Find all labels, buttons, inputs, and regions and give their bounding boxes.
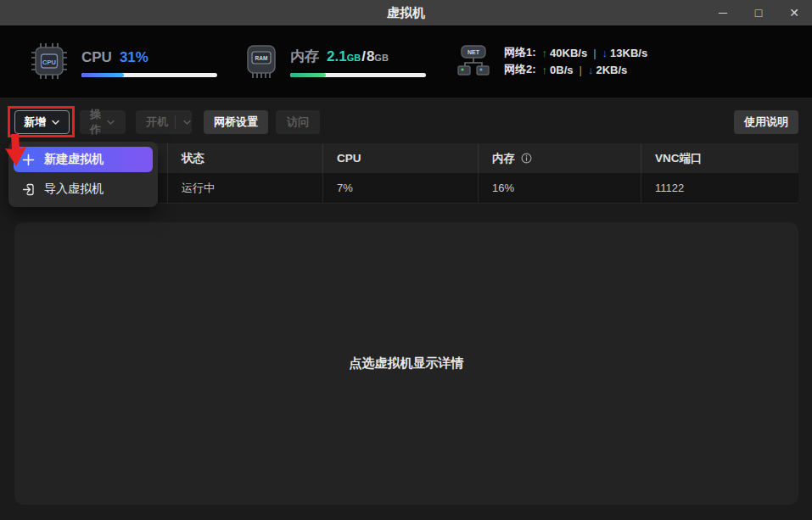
upload-arrow-icon: ↑ bbox=[542, 64, 548, 76]
menu-item-new-vm-label: 新建虚拟机 bbox=[44, 152, 104, 167]
bridge-settings-label: 网桥设置 bbox=[214, 115, 258, 130]
close-icon: ✕ bbox=[789, 6, 799, 20]
cpu-progress-bar bbox=[81, 73, 217, 77]
titlebar: 虚拟机 ─ □ ✕ bbox=[0, 0, 812, 25]
column-header-memory: 内存 bbox=[478, 143, 641, 173]
upload-arrow-icon: ↑ bbox=[542, 47, 548, 59]
import-icon bbox=[22, 183, 35, 196]
cpu-progress-fill bbox=[81, 73, 124, 77]
split-divider bbox=[175, 115, 176, 129]
column-header-vnc-port: VNC端口 bbox=[641, 143, 798, 173]
memory-label: 内存 bbox=[290, 47, 319, 66]
network1-upload-speed: 40KB/s bbox=[550, 47, 587, 59]
network-line-1: 网络1: ↑ 40KB/s | ↓ 13KB/s bbox=[504, 44, 647, 61]
vm-cpu-cell: 7% bbox=[322, 173, 478, 203]
cpu-label: CPU bbox=[81, 49, 112, 66]
memory-stat-body: 内存 2.1 GB / 8 GB bbox=[290, 47, 426, 77]
operate-button[interactable]: 操作 bbox=[80, 110, 126, 134]
vm-vnc-port-cell: 11122 bbox=[641, 173, 798, 203]
network1-download-speed: 13KB/s bbox=[610, 47, 647, 59]
memory-progress-fill bbox=[290, 73, 326, 77]
help-button-label: 使用说明 bbox=[744, 115, 788, 130]
memory-slash: / bbox=[361, 48, 366, 65]
help-button[interactable]: 使用说明 bbox=[734, 110, 798, 134]
network-stat-group: NET 网络1: ↑ 40KB/s | ↓ 13KB/s 网络2: bbox=[455, 39, 647, 83]
memory-total-unit: GB bbox=[374, 53, 389, 63]
power-on-button-label: 开机 bbox=[136, 115, 175, 130]
app-window: 虚拟机 ─ □ ✕ CP bbox=[0, 0, 812, 520]
memory-total-value: 8 bbox=[367, 48, 374, 65]
minimize-icon: ─ bbox=[719, 6, 727, 20]
chevron-down-icon bbox=[106, 118, 115, 127]
stats-bar: CPU CPU 31% bbox=[0, 25, 812, 98]
svg-text:CPU: CPU bbox=[42, 59, 56, 66]
network-lines: 网络1: ↑ 40KB/s | ↓ 13KB/s 网络2: ↑ 0B/s | ↓… bbox=[504, 44, 647, 78]
add-button-label: 新增 bbox=[24, 115, 46, 130]
detail-panel: 点选虚拟机显示详情 bbox=[14, 222, 798, 505]
add-dropdown-menu: 新建虚拟机 导入虚拟机 bbox=[8, 142, 158, 207]
cpu-stat-group: CPU CPU 31% bbox=[29, 41, 217, 85]
network2-upload-speed: 0B/s bbox=[550, 64, 573, 76]
cpu-stat-body: CPU 31% bbox=[81, 49, 217, 77]
network1-label: 网络1: bbox=[504, 45, 536, 60]
close-button[interactable]: ✕ bbox=[776, 0, 812, 25]
column-header-status: 状态 bbox=[167, 143, 322, 173]
add-button[interactable]: 新增 bbox=[14, 110, 70, 134]
memory-column-label: 内存 bbox=[492, 151, 515, 166]
ram-chip-icon: RAM bbox=[244, 41, 278, 83]
maximize-button[interactable]: □ bbox=[741, 0, 776, 25]
power-on-button[interactable]: 开机 bbox=[136, 110, 192, 134]
detail-panel-empty-text: 点选虚拟机显示详情 bbox=[350, 355, 464, 372]
maximize-icon: □ bbox=[755, 6, 762, 20]
network-icon: NET bbox=[455, 39, 492, 83]
cpu-usage-value: 31% bbox=[120, 49, 148, 66]
column-header-cpu: CPU bbox=[322, 143, 478, 173]
info-icon[interactable] bbox=[521, 153, 532, 164]
menu-item-import-vm[interactable]: 导入虚拟机 bbox=[14, 176, 153, 202]
chevron-down-icon bbox=[51, 118, 60, 127]
menu-item-import-vm-label: 导入虚拟机 bbox=[44, 182, 104, 197]
speed-separator: | bbox=[593, 47, 596, 59]
memory-used-unit: GB bbox=[347, 53, 361, 63]
download-arrow-icon: ↓ bbox=[602, 47, 608, 59]
window-controls: ─ □ ✕ bbox=[705, 0, 812, 25]
speed-separator: | bbox=[580, 64, 582, 76]
cpu-chip-icon: CPU bbox=[29, 41, 70, 85]
chevron-down-icon bbox=[182, 118, 192, 127]
menu-item-new-vm[interactable]: 新建虚拟机 bbox=[14, 147, 153, 172]
access-button[interactable]: 访问 bbox=[276, 110, 320, 134]
toolbar: 新增 操作 开机 网桥设置 访问 使用说明 bbox=[0, 98, 812, 134]
vm-memory-cell: 16% bbox=[478, 173, 641, 203]
network2-download-speed: 2KB/s bbox=[596, 64, 627, 76]
vm-status-cell: 运行中 bbox=[167, 173, 322, 203]
memory-stat-group: RAM 内存 2.1 GB / 8 GB bbox=[244, 41, 426, 83]
access-button-label: 访问 bbox=[287, 115, 309, 130]
operate-button-label: 操作 bbox=[90, 107, 101, 137]
memory-progress-bar bbox=[290, 73, 426, 77]
download-arrow-icon: ↓ bbox=[588, 64, 594, 76]
svg-text:RAM: RAM bbox=[255, 55, 268, 61]
memory-used-value: 2.1 bbox=[327, 48, 347, 65]
svg-text:NET: NET bbox=[468, 49, 480, 55]
window-title: 虚拟机 bbox=[387, 5, 425, 21]
plus-icon bbox=[22, 154, 35, 166]
network-line-2: 网络2: ↑ 0B/s | ↓ 2KB/s bbox=[504, 61, 647, 78]
bridge-settings-button[interactable]: 网桥设置 bbox=[204, 110, 268, 134]
minimize-button[interactable]: ─ bbox=[705, 0, 741, 25]
network2-label: 网络2: bbox=[504, 62, 536, 77]
